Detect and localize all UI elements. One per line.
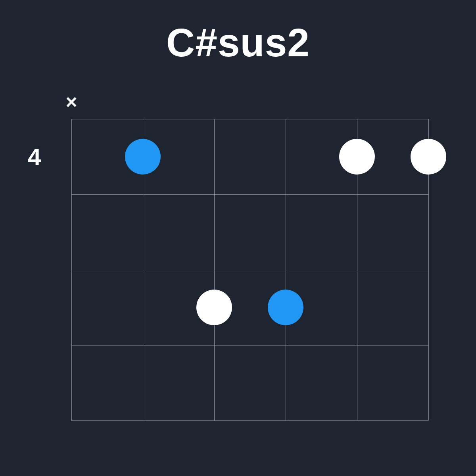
fret-line [71, 119, 428, 119]
finger-dot [125, 139, 161, 175]
fret-line [71, 194, 428, 195]
fret-line [71, 270, 428, 270]
finger-dot [339, 139, 375, 175]
mute-row: × [71, 90, 428, 114]
mute-icon: × [65, 90, 77, 113]
string-line [214, 119, 215, 420]
start-fret-label: 4 [28, 143, 41, 171]
fret-line [71, 420, 428, 421]
finger-dot [196, 290, 232, 325]
string-line [71, 119, 72, 420]
finger-dot [268, 290, 303, 325]
finger-dot [411, 139, 446, 175]
fret-line [71, 345, 428, 345]
string-line [286, 119, 286, 420]
fretboard [71, 119, 428, 420]
chord-diagram: × 4 [71, 119, 428, 420]
chord-name: C#sus2 [0, 20, 476, 65]
